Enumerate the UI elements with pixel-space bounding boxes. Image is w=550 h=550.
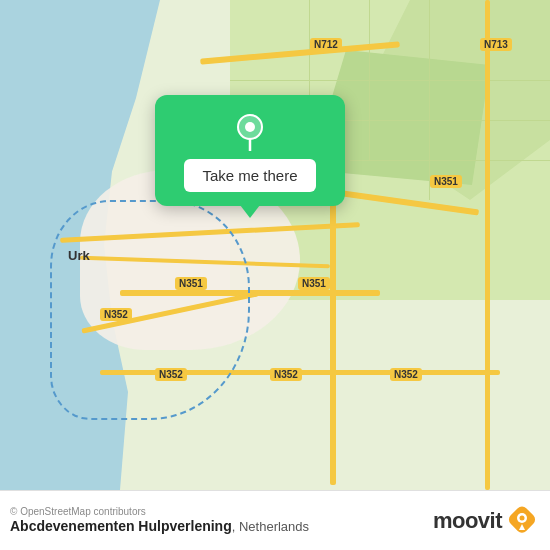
road-label-n352-4: N352 [390, 368, 422, 381]
location-pin-icon [230, 111, 270, 151]
road-label-n713: N713 [480, 38, 512, 51]
boundary-outline [50, 200, 250, 420]
map-attribution: © OpenStreetMap contributors [10, 506, 309, 517]
road-label-n712: N712 [310, 38, 342, 51]
moovit-logo: moovit [433, 505, 538, 537]
road-label-n351-2: N351 [298, 277, 330, 290]
field-line [230, 80, 550, 81]
svg-point-4 [520, 515, 525, 520]
road-label-n352-1: N352 [100, 308, 132, 321]
field-line [350, 160, 550, 161]
moovit-wordmark: moovit [433, 508, 502, 534]
location-name: Abcdevenementen Hulpverlening [10, 518, 232, 534]
road-label-n351-3: N351 [175, 277, 207, 290]
location-country: , [232, 519, 239, 534]
footer-location: Abcdevenementen Hulpverlening, Netherlan… [10, 517, 309, 535]
place-label-urk: Urk [68, 248, 90, 263]
take-me-there-button[interactable]: Take me there [184, 159, 315, 192]
location-country-name: Netherlands [239, 519, 309, 534]
road-vert-right [485, 0, 490, 490]
road-label-n351-1: N351 [430, 175, 462, 188]
map-container: N712 N713 N351 N351 N351 N352 N352 N352 … [0, 0, 550, 490]
road-vert-mid [330, 185, 336, 485]
popup-card: Take me there [155, 95, 345, 206]
moovit-icon [506, 505, 538, 537]
footer-info: © OpenStreetMap contributors Abcdeveneme… [10, 506, 309, 535]
road-label-n352-3: N352 [270, 368, 302, 381]
footer: © OpenStreetMap contributors Abcdeveneme… [0, 490, 550, 550]
field-line [429, 0, 430, 200]
svg-point-1 [245, 122, 255, 132]
field-line [369, 0, 370, 160]
road-label-n352-2: N352 [155, 368, 187, 381]
